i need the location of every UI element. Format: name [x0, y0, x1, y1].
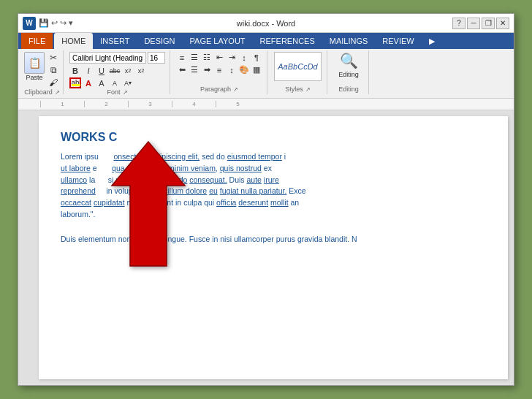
link-sse-cillum[interactable]: sse cillum dolore [150, 186, 207, 195]
tab-page-layout[interactable]: PAGE LAYOUT [183, 33, 253, 49]
show-marks-button[interactable]: ¶ [251, 52, 262, 63]
link-eu[interactable]: eu [209, 186, 218, 195]
link-consectetur[interactable]: onsectetur adipiscing elit, [113, 152, 200, 161]
italic-button[interactable]: I [83, 65, 94, 76]
ruler: 1 2 3 4 5 [18, 99, 514, 110]
editing-group: 🔍 Editing Editing [329, 50, 369, 94]
bullets-button[interactable]: ≡ [176, 52, 188, 63]
numbering-button[interactable]: ☰ [189, 52, 200, 63]
undo-icon[interactable]: ↩ [51, 18, 58, 28]
save-icon[interactable]: 💾 [39, 18, 49, 28]
link-qua[interactable]: qua. [112, 164, 126, 172]
styles-preview[interactable]: AaBbCcDd [274, 52, 322, 81]
editing-group-label: Editing [338, 86, 359, 93]
link-reprehend[interactable]: reprehend [61, 186, 96, 195]
tab-references[interactable]: REFERENCES [253, 33, 322, 49]
increase-font-button[interactable]: A [96, 77, 107, 88]
paragraph-expand-icon[interactable]: ↗ [233, 86, 238, 93]
font-name-input[interactable] [69, 52, 146, 64]
tab-more[interactable]: ▶ [422, 33, 442, 49]
align-right-button[interactable]: ➡ [201, 64, 213, 75]
close-button[interactable]: ✕ [496, 18, 509, 29]
subscript-button[interactable]: x2 [122, 65, 134, 76]
ribbon-tabs: FILE HOME INSERT DESIGN PAGE LAYOUT REFE… [18, 33, 514, 49]
quick-access-toolbar: 💾 ↩ ↪ ▾ [39, 18, 73, 28]
link-occaecat[interactable]: occaecat [61, 198, 91, 207]
link-quis-nostrud[interactable]: quis nostrud [220, 164, 262, 172]
link-ut-labore[interactable]: ut labore [61, 164, 91, 172]
document-area: WORKS C Lorem ipsu onsectetur adipiscing… [18, 110, 514, 385]
tab-insert[interactable]: INSERT [93, 33, 137, 49]
link-eiusmod[interactable]: eiusmod tempor [227, 152, 282, 161]
shading-button[interactable]: 🎨 [238, 64, 250, 75]
link-ullamco[interactable]: ullamco [61, 175, 87, 184]
document-title: WORKS C [61, 131, 486, 144]
word-app-icon: W [23, 17, 36, 30]
link-deserunt[interactable]: deserunt [238, 198, 268, 207]
styles-label: Styles ↗ [285, 86, 311, 93]
align-left-button[interactable]: ⬅ [176, 64, 188, 75]
editing-icon: 🔍 [340, 52, 358, 69]
para-list-row: ≡ ☰ ☷ ⇤ ⇥ ↕ ¶ [176, 52, 262, 63]
cut-icon[interactable]: ✂ [47, 52, 60, 64]
tab-mailings[interactable]: MAILINGS [322, 33, 376, 49]
document-page[interactable]: WORKS C Lorem ipsu onsectetur adipiscing… [39, 116, 508, 379]
title-bar-left: W 💾 ↩ ↪ ▾ [23, 17, 73, 30]
font-size-input[interactable] [148, 52, 165, 64]
tab-home[interactable]: HOME [54, 33, 93, 49]
link-officia[interactable]: officia [216, 198, 236, 207]
minimize-button[interactable]: ─ [467, 18, 480, 29]
help-button[interactable]: ? [452, 18, 466, 29]
link-irure[interactable]: irure [264, 175, 279, 184]
decrease-indent-button[interactable]: ⇤ [213, 52, 225, 63]
strikethrough-button[interactable]: abc [109, 65, 121, 76]
link-cupidatat[interactable]: cupidatat [94, 198, 125, 207]
clipboard-group: 📋 Paste ✂ ⧉ 🖌 Clipboard ↗ [21, 50, 64, 94]
decrease-font-button[interactable]: A [109, 77, 121, 88]
superscript-button[interactable]: x2 [135, 65, 147, 76]
link-mollit[interactable]: mollit [270, 198, 289, 207]
clipboard-expand-icon[interactable]: ↗ [55, 89, 60, 96]
format-painter-icon[interactable]: 🖌 [47, 77, 60, 88]
font-color-button[interactable]: A [83, 77, 94, 88]
increase-indent-button[interactable]: ⇥ [226, 52, 238, 63]
align-center-button[interactable]: ☰ [189, 64, 200, 75]
link-ea[interactable]: ea [143, 175, 152, 184]
font-row1: B I U abc x2 x2 ab A A A [69, 52, 165, 88]
sort-button[interactable]: ↕ [238, 52, 250, 63]
customize-icon[interactable]: ▾ [69, 18, 73, 28]
font-expand-icon[interactable]: ↗ [123, 89, 128, 96]
clipboard-icons: ✂ ⧉ 🖌 [47, 52, 60, 88]
link-consequat[interactable]: consequat. [189, 175, 227, 184]
styles-group: AaBbCcDd Styles ↗ [269, 50, 327, 94]
styles-expand-icon[interactable]: ↗ [305, 86, 311, 93]
paragraph-label: Paragraph ↗ [200, 86, 238, 93]
tab-file[interactable]: FILE [21, 33, 53, 49]
justify-button[interactable]: ≡ [213, 64, 225, 75]
border-button[interactable]: ▦ [251, 64, 262, 75]
multilevel-list-button[interactable]: ☷ [201, 52, 213, 63]
left-margin [24, 116, 39, 379]
highlight-color-button[interactable]: ab [69, 77, 81, 88]
font-label: Font ↗ [107, 88, 127, 96]
clear-format-button[interactable]: A▾ [122, 77, 134, 88]
copy-icon[interactable]: ⧉ [47, 64, 60, 76]
tab-review[interactable]: REVIEW [375, 33, 421, 49]
paragraph-group: ≡ ☰ ☷ ⇤ ⇥ ↕ ¶ ⬅ ☰ ➡ ≡ ↕ 🎨 ▦ [172, 50, 267, 94]
ruler-mark-1: 1 [40, 101, 84, 107]
restore-button[interactable]: ❐ [482, 18, 495, 29]
ribbon-content: 📋 Paste ✂ ⧉ 🖌 Clipboard ↗ [18, 49, 514, 99]
line-spacing-button[interactable]: ↕ [226, 64, 238, 75]
tab-design[interactable]: DESIGN [137, 33, 182, 49]
link-aute[interactable]: aute [247, 175, 262, 184]
redo-icon[interactable]: ↪ [60, 18, 66, 28]
link-minim[interactable]: minim veniam, [168, 164, 218, 172]
title-bar: W 💾 ↩ ↪ ▾ wiki.docx - Word ? ─ ❐ ✕ [18, 14, 514, 33]
bold-button[interactable]: B [69, 65, 81, 76]
underline-button[interactable]: U [96, 65, 107, 76]
window-title: wiki.docx - Word [237, 19, 295, 28]
font-group: B I U abc x2 x2 ab A A A [65, 50, 170, 94]
link-commodo[interactable]: commodo [153, 175, 187, 184]
paste-button[interactable]: 📋 Paste [24, 52, 45, 81]
link-fugiat[interactable]: fugiat nulla pariatur. [220, 186, 287, 195]
